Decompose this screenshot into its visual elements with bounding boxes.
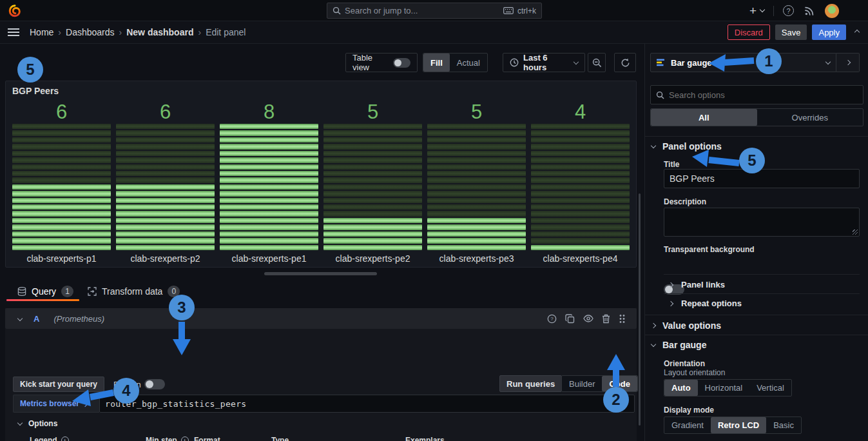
bar-gauge-cell [427, 218, 526, 223]
orientation-vertical-option[interactable]: Vertical [749, 380, 791, 396]
apply-button[interactable]: Apply [812, 24, 846, 40]
bar-gauge-cell [531, 191, 630, 196]
display-retro-lcd-option[interactable]: Retro LCD [711, 417, 766, 433]
metrics-browser-button[interactable]: Metrics browser [13, 395, 99, 413]
collapse-header-icon[interactable] [854, 30, 860, 35]
options-label: Options [28, 419, 57, 428]
chevron-right-icon [668, 282, 673, 287]
shortcut-hint: ctrl+k [517, 6, 536, 15]
avatar[interactable] [825, 4, 839, 18]
builder-option[interactable]: Builder [562, 376, 602, 391]
chevron-down-icon [17, 420, 23, 426]
bar-gauge-cell [220, 231, 318, 237]
description-textarea[interactable] [664, 208, 860, 237]
fill-option[interactable]: Fill [423, 54, 450, 72]
global-search-input[interactable] [345, 6, 499, 15]
table-view-toggle[interactable] [393, 58, 410, 68]
bar-gauge-cell [323, 238, 422, 243]
orientation-horizontal-option[interactable]: Horizontal [698, 380, 750, 396]
bar-gauge-cell [531, 171, 630, 176]
bar-gauge-cell [531, 130, 630, 135]
bar-gauge-cell [116, 238, 215, 243]
bar-gauge-cell [323, 218, 422, 223]
tab-query[interactable]: Query 1 [17, 286, 73, 297]
chevron-down-icon[interactable] [760, 7, 765, 12]
bar-gauge-viz-icon [657, 59, 666, 66]
bar-gauge-cell [531, 238, 630, 243]
breadcrumb-home[interactable]: Home [30, 27, 53, 37]
grafana-logo[interactable] [8, 4, 22, 18]
drag-query-grip-icon[interactable] [619, 314, 625, 324]
bar-gauge-cell [323, 137, 422, 142]
orientation-auto-option[interactable]: Auto [664, 380, 698, 396]
display-gradient-option[interactable]: Gradient [664, 417, 711, 433]
explain-toggle[interactable] [144, 379, 165, 389]
news-rss-icon[interactable] [804, 6, 815, 16]
help-icon[interactable]: ? [783, 5, 794, 16]
kick-start-query-button[interactable]: Kick start your query [13, 377, 104, 392]
min-step-label: Min step [146, 436, 177, 441]
resize-corner-icon[interactable] [853, 230, 858, 235]
visualization-picker[interactable]: Bar gauge [650, 53, 836, 72]
delete-query-trash-icon[interactable] [602, 314, 610, 324]
panel-title-input[interactable] [664, 169, 860, 188]
actual-option[interactable]: Actual [450, 54, 487, 72]
divider [773, 6, 774, 16]
hide-response-eye-icon[interactable] [583, 315, 593, 322]
toggle-options-pane-button[interactable] [836, 53, 860, 72]
collapse-query-icon[interactable] [17, 316, 23, 321]
annotation-step-4: 4 [113, 378, 139, 404]
repeat-options-header[interactable]: Repeat options [669, 299, 742, 308]
display-basic-option[interactable]: Basic [766, 417, 801, 433]
bar-gauge-cell [427, 130, 526, 135]
query-editor-card: A (Prometheus) ? Kick start your query E… [5, 308, 637, 441]
fill-actual-group: Fill Actual [423, 53, 488, 72]
bar-gauge-cell [323, 177, 422, 182]
vertical-scrollbar[interactable] [639, 193, 641, 426]
value-options-header[interactable]: Value options [651, 320, 721, 331]
query-row-header[interactable]: A (Prometheus) ? [5, 308, 637, 329]
bar-gauge-cell [220, 124, 318, 129]
tab-transform-data[interactable]: Transform data 0 [88, 286, 180, 297]
bar-gauge-cell [220, 238, 318, 243]
bar-gauge-cell [427, 157, 526, 162]
bar-gauge-section-header[interactable]: Bar gauge [651, 340, 706, 350]
pane-resize-handle[interactable] [264, 272, 377, 275]
refresh-button[interactable] [614, 53, 636, 72]
save-button[interactable]: Save [775, 24, 807, 40]
promql-expression-input[interactable] [99, 395, 635, 413]
legend-label: Legend [30, 436, 57, 441]
tab-all[interactable]: All [651, 109, 757, 126]
time-range-label: Last 6 hours [523, 53, 570, 72]
new-add-button[interactable]: + [749, 5, 757, 17]
time-range-picker[interactable]: Last 6 hours [503, 53, 585, 72]
panel-links-header[interactable]: Panel links [669, 280, 725, 289]
panel-options-sidebar: Bar gauge All Overrides Panel options Ti… [644, 44, 868, 441]
bgp-peers-panel[interactable]: BGP Peers 6clab-srexperts-p16clab-srexpe… [5, 81, 637, 268]
bar-gauge-cell [531, 177, 630, 182]
bar-gauge-cell [220, 204, 318, 210]
bar-gauge-cell [220, 157, 318, 162]
tab-overrides[interactable]: Overrides [757, 109, 863, 126]
panel-options-header[interactable]: Panel options [651, 141, 722, 152]
bar-gauge-cell [220, 224, 318, 230]
divider [645, 136, 868, 137]
bar-gauge-cell [116, 124, 215, 129]
run-queries-button[interactable]: Run queries [499, 375, 562, 392]
query-options-header[interactable]: Options [18, 419, 57, 428]
bar-gauge-cell [116, 144, 215, 149]
breadcrumb-dashboards[interactable]: Dashboards [66, 27, 115, 37]
duplicate-query-icon[interactable] [565, 314, 575, 324]
search-options-input[interactable] [669, 90, 858, 100]
breadcrumb-new-dashboard[interactable]: New dashboard [126, 27, 193, 37]
format-label: Format [194, 436, 220, 441]
bar-gauge-cell [12, 184, 111, 190]
discard-button[interactable]: Discard [728, 24, 770, 40]
menu-hamburger-icon[interactable] [8, 28, 19, 37]
bar-gauge-value: 8 [220, 101, 318, 124]
global-search[interactable]: ctrl+k [327, 3, 542, 19]
query-help-icon[interactable]: ? [547, 314, 557, 324]
search-options-box[interactable] [650, 85, 863, 104]
zoom-out-button[interactable] [588, 53, 606, 72]
query-ref-id: A [34, 314, 39, 324]
